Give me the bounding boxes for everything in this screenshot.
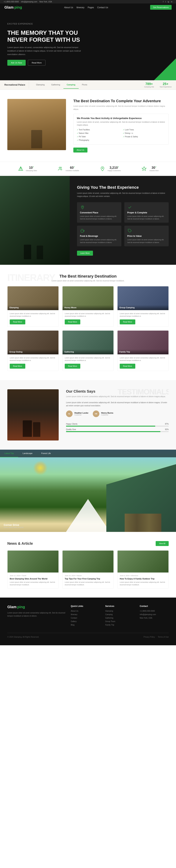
footer-contact-address: New York, USA xyxy=(140,617,169,619)
footer-link-gallery[interactable]: Gallery xyxy=(71,620,100,622)
location-icon xyxy=(80,205,85,210)
experience-learn-button[interactable]: Learn More xyxy=(77,251,93,256)
categories-label: Recreational Palace xyxy=(4,81,29,89)
card-glamping-btn[interactable]: Read More xyxy=(10,319,25,324)
hero-description: Lorem ipsum dolor sit amet, consectetur … xyxy=(7,46,84,56)
testimonials-section: TESTIMONIALS Our Clients Says Lorem ipsu… xyxy=(0,380,176,450)
experience-heading: Giving You The Best Experience xyxy=(77,185,169,190)
footer-link-about[interactable]: About Us xyxy=(71,610,100,612)
nav-about[interactable]: About Us xyxy=(64,6,73,9)
gallery-caption-title: Corner Drive xyxy=(4,524,24,526)
card-honeymoon-btn[interactable]: Read More xyxy=(65,319,80,324)
footer-service-family[interactable]: Family Trip xyxy=(105,624,134,626)
li-icon[interactable]: in xyxy=(171,1,172,3)
feature-convenient: Convenient Place Lorem ipsum dolor sit a… xyxy=(77,202,121,223)
footer-service-gathering[interactable]: Gathering xyxy=(105,617,134,619)
stat-camping-num: 789+ xyxy=(144,82,154,86)
card-glamping-img: Glamping xyxy=(7,286,58,310)
experience-content: Giving You The Best Experience Lorem ips… xyxy=(70,176,176,265)
categories-inner: Recreational Palace Glamping Gathering C… xyxy=(0,80,176,90)
card-glamping-body: Lorem ipsum dolor sit amet consectetur a… xyxy=(7,310,58,327)
footer-contact-heading: Contact xyxy=(140,605,169,608)
categories-bar: Recreational Palace Glamping Gathering C… xyxy=(0,80,176,90)
logo: Glamping xyxy=(4,5,22,9)
hero-primary-button[interactable]: Ask Us Now xyxy=(7,60,26,66)
hero-tag: Excited Experience xyxy=(7,22,84,26)
card-gathering-desc: Lorem ipsum dolor sit amet consectetur a… xyxy=(65,356,111,362)
card-group-img: Group Camping xyxy=(118,286,169,310)
footer-link-contact[interactable]: Contact xyxy=(71,617,100,619)
itinerary-section: ITINERARY The Best Itinerary Destination… xyxy=(0,265,176,380)
hero-outline-button[interactable]: Read More xyxy=(28,60,46,66)
ig-icon[interactable]: ig xyxy=(168,1,169,3)
feature-food: Food & Beverage Lorem ipsum dolor sit am… xyxy=(77,226,121,246)
nav-itinerary[interactable]: Itinerary xyxy=(76,6,84,9)
experience-section: Giving You The Best Experience Lorem ips… xyxy=(0,176,176,265)
footer-grid: Glamping Lorem ipsum dolor sit amet cons… xyxy=(7,605,169,627)
nav-contact[interactable]: Contact Us xyxy=(97,6,108,9)
card-gathering-body: Lorem ipsum dolor sit amet consectetur a… xyxy=(62,354,114,371)
news-view-all-button[interactable]: View All xyxy=(156,541,169,546)
card-group-btn[interactable]: Read More xyxy=(120,319,135,324)
footer-terms[interactable]: Terms of Use xyxy=(158,636,169,638)
feature-food-title: Food & Beverage xyxy=(80,235,119,237)
svg-point-1 xyxy=(60,167,61,168)
author-1-info: Heather Locke Customer xyxy=(74,412,89,416)
dest-list-item: Lush Trees xyxy=(123,128,165,131)
footer-contact-email: info@glamping.com xyxy=(140,614,169,616)
footer-contact-phone: +1 (800) 000-0000 xyxy=(140,610,169,612)
dest-list-item: Dining + s xyxy=(123,132,165,134)
destination-heading: The Best Destination To Complete Your Ad… xyxy=(73,99,169,103)
card-outing-btn[interactable]: Read More xyxy=(10,364,25,369)
card-glamping-title: Glamping xyxy=(7,305,58,310)
author-2-info: Henry Burns Customer xyxy=(101,412,113,416)
tent-icon xyxy=(18,165,24,172)
progress-quality-bar-fill xyxy=(66,431,160,432)
hero-triangle-decoration xyxy=(154,58,176,80)
footer-privacy[interactable]: Privacy Policy xyxy=(144,636,155,638)
hero-buttons: Ask Us Now Read More xyxy=(7,60,169,66)
footer-service-glamping[interactable]: Glamping xyxy=(105,610,134,612)
destination-list: Tent Facilities Lush Trees Nature Hike D… xyxy=(77,128,165,142)
footer-link-blog[interactable]: Blog xyxy=(71,624,100,626)
progress-quality: Quality Give 92% xyxy=(66,428,169,432)
progress-bars: Happy Clients 87% Quality Give 92% xyxy=(66,423,169,432)
fb-icon[interactable]: f xyxy=(163,1,164,3)
card-outing: Group Outing Lorem ipsum dolor sit amet … xyxy=(7,331,59,371)
gallery-tab-landscape[interactable]: Landscape xyxy=(18,450,37,457)
progress-quality-label: Quality Give 92% xyxy=(66,428,169,430)
testimonials-image xyxy=(7,389,59,440)
stat-customers-num: 3,210+ xyxy=(108,166,121,170)
footer-service-group[interactable]: Group Tours xyxy=(105,620,134,622)
footer-brand: Glamping Lorem ipsum dolor sit amet cons… xyxy=(7,605,65,627)
card-honeymoon: Honey Moon Lorem ipsum dolor sit amet co… xyxy=(62,286,114,327)
nav-cta-button[interactable]: Get Reservations xyxy=(150,5,172,10)
cat-tab-glamping[interactable]: Glamping xyxy=(33,81,48,89)
author-2: HB Henry Burns Customer xyxy=(93,410,113,417)
progress-happy-clients: Happy Clients 87% xyxy=(66,423,169,427)
card-gathering-btn[interactable]: Read More xyxy=(65,364,80,369)
footer-link-itinerary[interactable]: Itinerary xyxy=(71,614,100,616)
cat-tab-camping[interactable]: Camping xyxy=(64,81,79,89)
progress-happy-bar-bg xyxy=(66,426,169,427)
news-title-2: Top Tips For Your First Camping Trip xyxy=(65,578,111,580)
footer-service-camping[interactable]: Camping xyxy=(105,614,134,616)
stat-customers-label: Happy Customers xyxy=(108,170,121,172)
card-family-btn[interactable]: Read More xyxy=(120,364,135,369)
gallery-tab-latest[interactable]: Latest Trip xyxy=(0,450,18,457)
footer-copyright: © 2024 Glamping. All Rights Reserved. xyxy=(7,636,39,638)
card-gathering-title: Gathering xyxy=(62,349,114,354)
phone-text: +1 (800) 000-0000 xyxy=(4,1,19,3)
stat-activities-label: Activities Available xyxy=(66,170,79,172)
nav-pages[interactable]: Pages xyxy=(87,6,94,9)
author-1: HL Heather Locke Customer xyxy=(66,410,89,417)
news-title-3: How To Enjoy A Family Outdoor Trip xyxy=(120,578,166,580)
destination-about-button[interactable]: About Us xyxy=(73,148,87,153)
category-stats: 789+ Camping Site 25+ Year Experience xyxy=(144,80,172,90)
cat-tab-gathering[interactable]: Gathering xyxy=(48,81,63,89)
gallery-caption-sub: Lorem ipsum dolor sit amet xyxy=(4,526,24,528)
tw-icon[interactable]: t xyxy=(166,1,166,3)
news-section: News & Article View All June 12, 2024 • … xyxy=(0,532,176,598)
cat-tab-picnic[interactable]: Picnic xyxy=(79,81,91,89)
gallery-tab-forest[interactable]: Forest Life xyxy=(37,450,55,457)
